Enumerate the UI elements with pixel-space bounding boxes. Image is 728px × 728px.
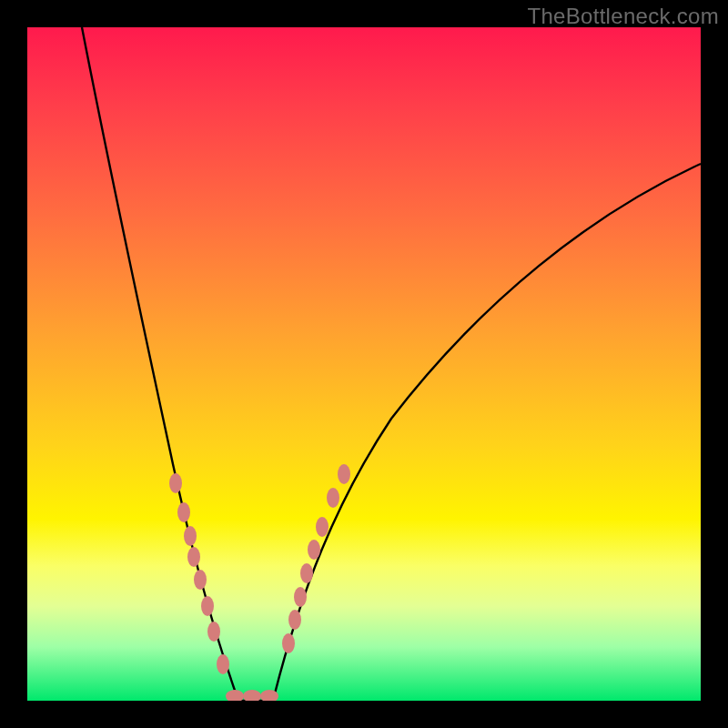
bead-left: [201, 596, 214, 616]
bead-bottom: [243, 690, 261, 701]
bead-right: [294, 587, 307, 607]
bead-left: [169, 473, 182, 493]
bead-left: [194, 570, 207, 590]
bead-left: [207, 622, 220, 642]
bead-left: [217, 654, 229, 674]
bead-left: [187, 547, 200, 567]
bead-right: [338, 464, 350, 484]
curve-svg: [27, 27, 701, 701]
bead-right: [327, 488, 339, 508]
bead-bottom: [226, 690, 244, 701]
bead-right: [282, 633, 295, 653]
right-curve: [273, 164, 701, 701]
bead-left: [184, 526, 197, 546]
outer-frame: TheBottleneck.com: [0, 0, 728, 728]
bead-right: [300, 563, 313, 583]
watermark-text: TheBottleneck.com: [527, 4, 719, 29]
left-curve: [82, 27, 238, 701]
plot-area: [27, 27, 701, 701]
bead-right: [316, 517, 329, 537]
bead-right: [288, 610, 301, 630]
bead-left: [177, 502, 190, 522]
bead-right: [308, 540, 320, 560]
